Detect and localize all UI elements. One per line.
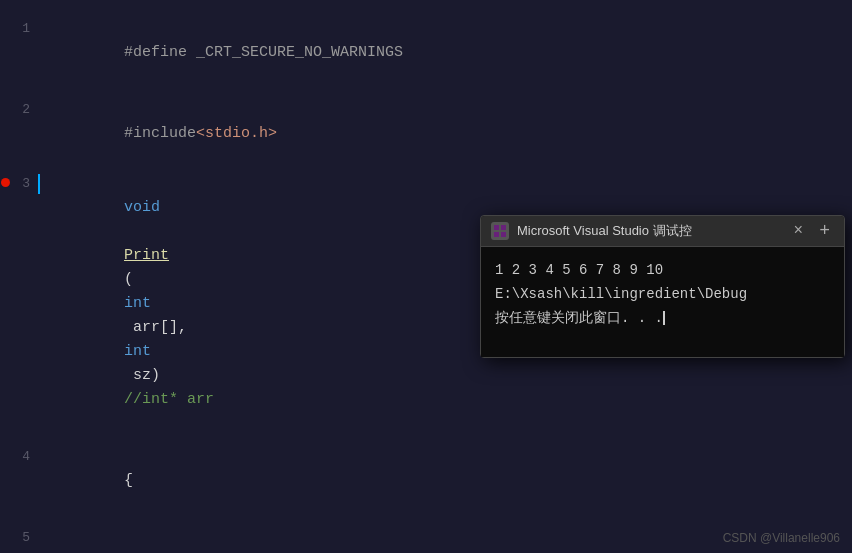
debug-console-popup[interactable]: Microsoft Visual Studio 调试控 × + 1 2 3 4 … — [480, 215, 845, 358]
popup-title: Microsoft Visual Studio 调试控 — [517, 222, 782, 240]
code-editor: 1 #define _CRT_SECURE_NO_WARNINGS 2 #inc… — [0, 0, 852, 553]
default-token: { — [124, 472, 133, 489]
code-line: 1 #define _CRT_SECURE_NO_WARNINGS — [0, 8, 852, 89]
output-line-2: E:\Xsash\kill\ingredient\Debug — [495, 283, 830, 307]
popup-body: 1 2 3 4 5 6 7 8 9 10 E:\Xsash\kill\ingre… — [481, 247, 844, 357]
close-prompt-text: 按任意键关闭此窗口. . . — [495, 310, 663, 326]
output-line-1: 1 2 3 4 5 6 7 8 9 10 — [495, 259, 830, 283]
line-content: #define _CRT_SECURE_NO_WARNINGS — [40, 17, 852, 89]
keyword-token: int — [124, 343, 151, 360]
popup-add-button[interactable]: + — [815, 222, 834, 240]
comment-token: //int* arr — [124, 391, 214, 408]
breakpoint-dot — [1, 178, 10, 187]
line-number: 2 — [10, 100, 40, 121]
string-token: <stdio.h> — [196, 125, 277, 142]
cursor — [663, 311, 665, 325]
watermark: CSDN @Villanelle906 — [723, 531, 840, 545]
default-token: ( — [124, 271, 133, 288]
svg-rect-2 — [494, 232, 499, 237]
output-line-3: 按任意键关闭此窗口. . . — [495, 307, 830, 331]
vs-icon — [491, 222, 509, 240]
popup-close-button[interactable]: × — [790, 223, 808, 239]
line-content: #include<stdio.h> — [40, 98, 852, 170]
default-token: arr[], — [124, 319, 196, 336]
bp-area — [0, 517, 10, 541]
function-token: Print — [124, 247, 169, 264]
bp-area — [0, 89, 10, 113]
line-content: { — [40, 445, 852, 517]
preprocessor-token: #define _CRT_SECURE_NO_WARNINGS — [124, 44, 403, 61]
keyword-token: void — [124, 199, 160, 216]
code-line: 6 //数组传参的时候，形参是可以写成数组的形式的。但本质上还是指针变量。 — [0, 550, 852, 554]
bp-area — [0, 436, 10, 460]
line-number: 1 — [10, 19, 40, 40]
bp-area — [0, 170, 10, 194]
default-token — [124, 223, 133, 240]
line-number: 3 — [10, 174, 40, 195]
code-line: 4 { — [0, 436, 852, 517]
code-line: 2 #include<stdio.h> — [0, 89, 852, 170]
svg-rect-1 — [501, 225, 506, 230]
line-number: 4 — [10, 447, 40, 468]
svg-rect-0 — [494, 225, 499, 230]
line-number: 5 — [10, 528, 40, 549]
preprocessor-token: #include — [124, 125, 196, 142]
default-token: sz) — [124, 367, 169, 384]
bp-area — [0, 550, 10, 554]
keyword-token: int — [124, 295, 151, 312]
svg-rect-3 — [501, 232, 506, 237]
bp-area — [0, 8, 10, 32]
watermark-text: CSDN @Villanelle906 — [723, 531, 840, 545]
popup-titlebar: Microsoft Visual Studio 调试控 × + — [481, 216, 844, 247]
